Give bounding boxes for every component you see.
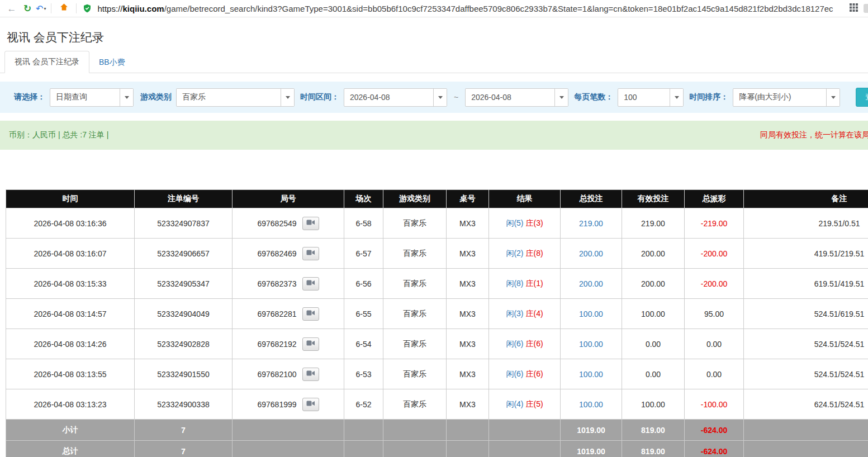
cell-round-id: 697682373: [233, 269, 344, 299]
cell-time: 2026-04-08 03:14:57: [6, 299, 135, 329]
video-replay-button[interactable]: [302, 337, 319, 351]
toolbar-icon-cutoff[interactable]: [864, 4, 868, 13]
total-bet-link[interactable]: 219.00: [579, 219, 603, 228]
url-scheme: https://: [97, 4, 122, 13]
cell-bet-id: 523324904049: [135, 299, 233, 329]
cell-round-id: 697682469: [233, 239, 344, 269]
cell-result: 闲(8)庄(1): [489, 269, 561, 299]
video-replay-button[interactable]: [302, 307, 319, 321]
date-from-input[interactable]: 2026-04-08: [344, 88, 447, 107]
result-banker: 庄(1): [526, 279, 543, 288]
page-title: 视讯 会员下注纪录: [7, 30, 868, 45]
chevron-down-icon: [826, 89, 839, 106]
result-player: 闲(3): [506, 309, 523, 318]
table-row: 2026-04-08 03:13:55523324901550697682100…: [6, 359, 868, 389]
apps-grid-icon[interactable]: [850, 3, 858, 14]
cell-table-no: MX3: [447, 359, 489, 389]
cell-table-no: MX3: [447, 329, 489, 359]
filter-bar: 请选择： 日期查询 游戏类别 百家乐 时间区间： 2026-04-08 ~ 20…: [0, 82, 868, 113]
chevron-down-icon: ▾: [44, 6, 46, 11]
video-replay-button[interactable]: [302, 368, 319, 381]
cell-session: 6-52: [344, 389, 383, 420]
cell-session: 6-55: [344, 299, 383, 329]
cell-bet-id: 523324906657: [135, 239, 233, 269]
tab-bet-records[interactable]: 视讯 会员下注纪录: [4, 51, 89, 73]
security-shield-icon[interactable]: [83, 4, 92, 13]
cell-time: 2026-04-08 03:16:36: [6, 208, 135, 239]
table-row: 2026-04-08 03:14:26523324902828697682192…: [6, 329, 868, 359]
back-icon[interactable]: ←: [4, 1, 19, 17]
cell-valid-bet: 0.00: [622, 359, 685, 389]
video-replay-button[interactable]: [302, 277, 319, 291]
total-bet-link[interactable]: 200.00: [579, 279, 603, 288]
cell-remark: 624.51/524.51: [744, 389, 868, 420]
summary-valid-bet: 819.00: [622, 441, 685, 457]
cell-time: 2026-04-08 03:13:55: [6, 359, 135, 389]
game-type-select[interactable]: 百家乐: [176, 88, 295, 107]
cell-result: 闲(2)庄(8): [489, 239, 561, 269]
valid-bet-notice: 同局有效投注，统一计算在该局: [760, 130, 868, 140]
total-bet-link[interactable]: 100.00: [579, 340, 603, 349]
result-banker: 庄(8): [526, 249, 543, 258]
cell-bet-id: 523324907837: [135, 208, 233, 239]
cell-total-bet: 200.00: [561, 269, 622, 299]
total-bet-link[interactable]: 100.00: [579, 310, 603, 318]
cell-result: 闲(6)庄(6): [489, 329, 561, 359]
result-player: 闲(8): [506, 279, 523, 288]
cell-payout: -219.00: [685, 208, 744, 239]
table-row: 2026-04-08 03:16:07523324906657697682469…: [6, 239, 868, 269]
refresh-icon[interactable]: ↻: [20, 1, 35, 17]
page-size-label: 每页笔数：: [574, 92, 613, 102]
cell-session: 6-53: [344, 359, 383, 389]
page-size-select[interactable]: 100: [618, 88, 684, 107]
cell-round-id: 697682192: [233, 329, 344, 359]
column-header: 注单编号: [135, 190, 233, 208]
cell-round-id: 697682100: [233, 359, 344, 389]
cell-remark: 419.51/219.51: [744, 239, 868, 269]
cell-total-bet: 200.00: [561, 239, 622, 269]
cell-result: 闲(5)庄(3): [489, 208, 561, 239]
video-replay-button[interactable]: [302, 398, 319, 411]
home-icon[interactable]: [56, 1, 71, 17]
cell-payout: -200.00: [685, 269, 744, 299]
subtotal-row: 小计71019.00819.00-624.00: [6, 420, 868, 441]
cell-session: 6-54: [344, 329, 383, 359]
result-banker: 庄(4): [526, 309, 543, 318]
cell-game-type: 百家乐: [383, 389, 447, 420]
summary-total-bet: 1019.00: [561, 441, 622, 457]
cell-table-no: MX3: [447, 239, 489, 269]
cell-time: 2026-04-08 03:13:23: [6, 389, 135, 420]
column-header: 场次: [344, 190, 383, 208]
total-bet-link[interactable]: 100.00: [579, 370, 603, 379]
total-bet-link[interactable]: 200.00: [579, 249, 603, 258]
chevron-down-icon: [433, 89, 447, 106]
cell-session: 6-56: [344, 269, 383, 299]
column-header: 结果: [489, 190, 561, 208]
cell-game-type: 百家乐: [383, 239, 447, 269]
search-button[interactable]: 查询: [856, 88, 868, 107]
currency-total-text: 币别：人民币 | 总共 :7 注单 |: [9, 130, 108, 140]
video-camera-icon: [306, 219, 315, 227]
time-sort-select[interactable]: 降幂(由大到小): [733, 88, 840, 107]
tab-bb-tip[interactable]: BB小费: [89, 52, 135, 73]
query-type-select[interactable]: 日期查询: [50, 88, 134, 107]
total-bet-link[interactable]: 100.00: [579, 400, 603, 409]
cell-time: 2026-04-08 03:15:33: [6, 269, 135, 299]
column-header: 总投注: [561, 190, 622, 208]
cell-valid-bet: 200.00: [622, 269, 685, 299]
date-to-input[interactable]: 2026-04-08: [465, 88, 568, 107]
divider: [51, 3, 51, 13]
table-row: 2026-04-08 03:14:57523324904049697682281…: [6, 299, 868, 329]
cell-remark: 524.51/619.51: [744, 299, 868, 329]
url-path: /game/betrecord_search/kind3?GameType=30…: [164, 4, 833, 13]
video-replay-button[interactable]: [302, 247, 319, 260]
bet-records-table-wrap: 时间注单编号局号场次游戏类别桌号结果总投注有效投注总派彩备注 2026-04-0…: [0, 189, 868, 457]
undo-button[interactable]: ↶ ▾: [36, 3, 46, 14]
cell-payout: 0.00: [685, 359, 744, 389]
range-tilde: ~: [454, 93, 458, 102]
video-replay-button[interactable]: [302, 217, 319, 230]
url-text[interactable]: https://kiqiiu.com/game/betrecord_search…: [97, 4, 833, 13]
cell-table-no: MX3: [447, 299, 489, 329]
cell-session: 6-57: [344, 239, 383, 269]
cell-result: 闲(3)庄(4): [489, 299, 561, 329]
